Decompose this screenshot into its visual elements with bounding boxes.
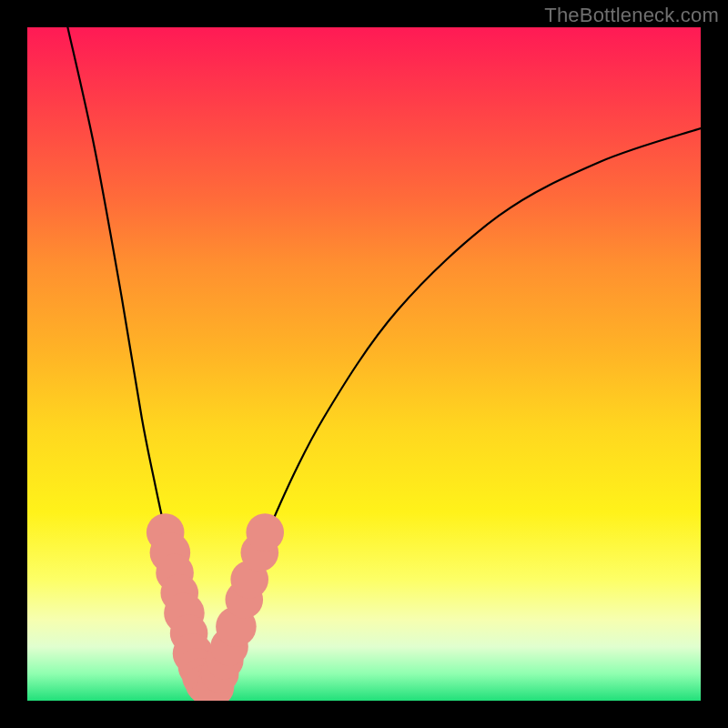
highlight-markers	[147, 513, 284, 701]
plot-area	[27, 27, 701, 701]
marker-dot	[246, 513, 284, 551]
watermark-text: TheBottleneck.com	[544, 4, 719, 27]
curve-right-arm	[209, 128, 701, 694]
curve-svg	[27, 27, 701, 701]
chart-frame: TheBottleneck.com	[0, 0, 728, 728]
